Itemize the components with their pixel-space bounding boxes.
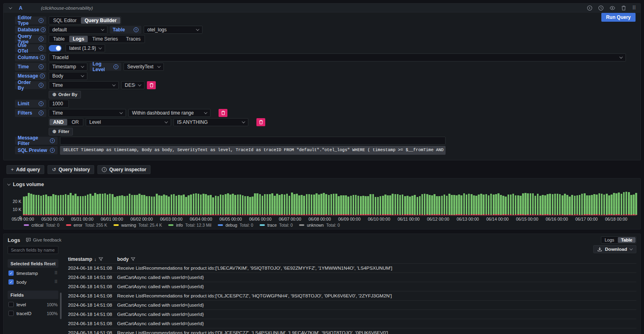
add-order-by-button[interactable]: Order By: [49, 91, 81, 98]
order-by-direction-select[interactable]: DESC: [121, 81, 144, 89]
info-icon[interactable]: [39, 18, 43, 23]
checkbox-checked-icon[interactable]: [8, 270, 14, 276]
add-filter-button[interactable]: Filter: [49, 128, 73, 135]
table-row[interactable]: 2024-06-18 14:51:08GetCartAsync called w…: [68, 310, 636, 319]
log-level-column-select[interactable]: SeverityText: [124, 63, 164, 71]
body-column-header[interactable]: body: [117, 256, 636, 262]
view-toggle-table[interactable]: Table: [618, 237, 636, 243]
legend-item-debug[interactable]: debugTotal: 0: [218, 223, 253, 227]
editor-type-sql-editor[interactable]: SQL Editor: [49, 17, 80, 24]
legend-item-warning[interactable]: warningTotal: 25.4 K: [114, 223, 162, 227]
info-icon[interactable]: [134, 27, 138, 32]
info-icon[interactable]: [41, 27, 45, 32]
download-button[interactable]: Download: [593, 245, 636, 253]
info-icon[interactable]: [39, 101, 43, 106]
table-row[interactable]: 2024-06-18 14:51:08GetCartAsync called w…: [68, 301, 636, 310]
give-feedback-link[interactable]: Give feedback: [26, 238, 61, 242]
view-toggle-logs[interactable]: Logs: [601, 237, 617, 243]
info-icon[interactable]: [39, 111, 43, 115]
info-icon[interactable]: [39, 46, 43, 51]
info-icon[interactable]: [50, 138, 55, 143]
selected-field-timestamp[interactable]: timestamp⠿: [8, 270, 58, 277]
table-select[interactable]: otel_logs: [144, 26, 202, 34]
query-inspector-button[interactable]: Query inspector: [97, 165, 151, 174]
add-query-button[interactable]: +Add query: [6, 165, 44, 174]
timestamp-column-header[interactable]: timestamp ↓: [68, 256, 117, 262]
logs-volume-header[interactable]: Logs volume: [8, 181, 636, 188]
sort-desc-icon[interactable]: ↓: [94, 257, 97, 262]
info-icon[interactable]: [50, 148, 55, 153]
use-otel-row: Use OTel latest (1.2.9): [15, 44, 636, 52]
query-type-table[interactable]: Table: [49, 35, 69, 43]
legend-item-error[interactable]: errorTotal: 255 K: [66, 223, 107, 227]
volume-bar: [311, 195, 313, 215]
table-row[interactable]: 2024-06-18 14:51:08GetCartAsync called w…: [68, 319, 636, 328]
x-axis-labels: 05/29 00:0005/30 00:0005/31 00:0006/01 0…: [12, 217, 636, 221]
legend-item-critical[interactable]: criticalTotal: 0: [24, 223, 60, 227]
legend-item-trace[interactable]: traceTotal: 0: [260, 223, 293, 227]
drag-handle-icon[interactable]: ⠿: [54, 279, 58, 285]
filter2-operator-select[interactable]: IS ANYTHING: [173, 118, 248, 126]
table-row[interactable]: 2024-06-18 14:51:08GetCartAsync called w…: [68, 273, 636, 282]
table-row[interactable]: 2024-06-18 14:51:08Receive ListRecommend…: [68, 264, 636, 273]
editor-type-query-builder[interactable]: Query Builder: [81, 17, 120, 24]
table-row[interactable]: 2024-06-18 14:51:08GetCartAsync called w…: [68, 282, 636, 291]
order-by-field-select[interactable]: Time: [49, 81, 119, 89]
filter-funnel-icon[interactable]: [99, 257, 103, 261]
filter2-field-select[interactable]: Level: [86, 118, 171, 126]
eye-icon[interactable]: [609, 5, 615, 11]
query-type-traces[interactable]: Traces: [122, 35, 144, 43]
table-row[interactable]: 2024-06-18 14:51:08Receive ListRecommend…: [68, 291, 636, 301]
info-icon[interactable]: [40, 74, 45, 78]
remove-filter2-button[interactable]: [256, 118, 265, 126]
conjunction-or[interactable]: OR: [68, 119, 83, 126]
query-type-logs[interactable]: Logs: [69, 36, 88, 42]
run-query-button[interactable]: Run Query: [601, 13, 636, 22]
trash-icon[interactable]: [621, 5, 626, 11]
time-column-select[interactable]: Timestamp: [49, 63, 87, 71]
checkbox-unchecked-icon[interactable]: [8, 311, 14, 316]
drag-handle-icon[interactable]: ⠿: [632, 5, 636, 11]
volume-bar: [198, 194, 200, 215]
conjunction-and[interactable]: AND: [50, 119, 67, 125]
selected-field-body[interactable]: body⠿: [8, 279, 58, 285]
drag-handle-icon[interactable]: ⠿: [54, 270, 58, 276]
filter-funnel-icon[interactable]: [131, 257, 135, 261]
volume-bar: [532, 193, 534, 215]
otel-version-select[interactable]: latest (1.2.9): [66, 44, 105, 52]
limit-input[interactable]: [49, 100, 69, 108]
checkbox-unchecked-icon[interactable]: [8, 302, 14, 307]
info-icon[interactable]: [114, 64, 118, 69]
info-icon[interactable]: [40, 55, 45, 60]
query-type-time-series[interactable]: Time Series: [88, 35, 122, 43]
legend-item-info[interactable]: infoTotal: 12.3 Mil: [168, 223, 211, 227]
search-fields-input[interactable]: [8, 246, 58, 254]
sidebar-scrollbar[interactable]: [60, 293, 62, 319]
info-icon[interactable]: [39, 83, 43, 88]
play-circle-icon[interactable]: [587, 5, 592, 11]
filter1-operator-select[interactable]: Within dashboard time range: [128, 109, 211, 117]
collapse-chevron-icon[interactable]: [9, 6, 12, 9]
columns-multiselect[interactable]: TraceId: [49, 53, 626, 61]
remove-order-by-button[interactable]: [147, 81, 156, 89]
filter1-field-select[interactable]: Time: [49, 109, 126, 117]
collapse-chevron-icon[interactable]: [7, 182, 10, 185]
checkbox-checked-icon[interactable]: [8, 279, 14, 285]
query-history-button[interactable]: ↺Query history: [47, 165, 94, 174]
available-field-traceID[interactable]: traceID100%: [8, 310, 58, 317]
chart-plot-area[interactable]: [23, 191, 636, 215]
info-icon[interactable]: [39, 37, 43, 41]
reset-button[interactable]: Reset: [44, 261, 56, 266]
clock-icon[interactable]: [598, 5, 604, 11]
info-icon[interactable]: [39, 64, 43, 69]
legend-item-unknown[interactable]: unknownTotal: 0: [299, 223, 340, 227]
database-select[interactable]: default: [49, 26, 107, 34]
remove-filter1-button[interactable]: [219, 109, 227, 117]
table-row[interactable]: 2024-06-18 14:51:08Receive ListRecommend…: [68, 328, 636, 334]
message-filter-input[interactable]: [60, 137, 446, 145]
available-field-level[interactable]: level100%: [8, 301, 58, 308]
x-tick-label: 05/29 00:00: [12, 217, 34, 221]
message-column-select[interactable]: Body: [49, 72, 87, 80]
use-otel-toggle[interactable]: [49, 45, 62, 51]
query-ref-id[interactable]: A: [19, 5, 23, 11]
